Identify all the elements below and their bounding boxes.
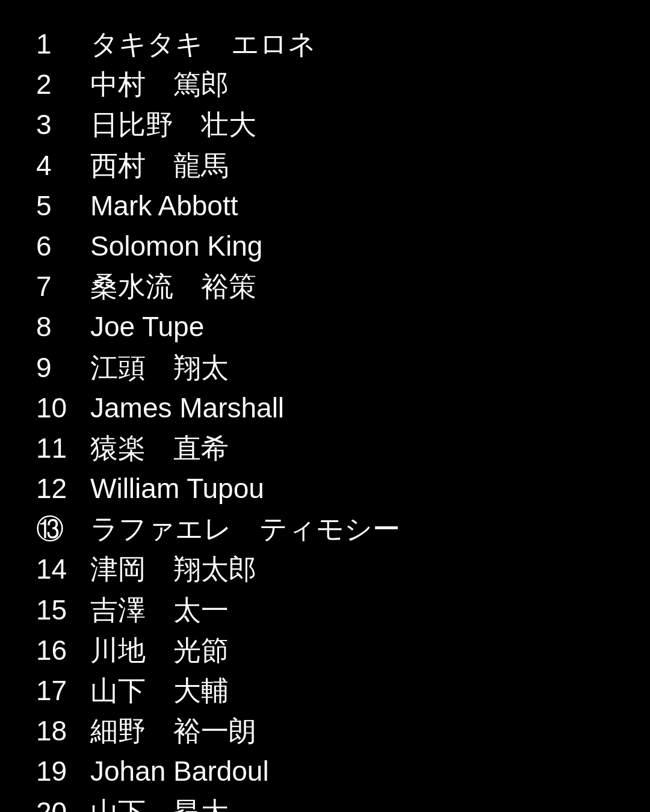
player-name: 西村 龍馬 <box>84 149 229 182</box>
player-number: ⑬ <box>36 512 84 546</box>
player-name: 津岡 翔太郎 <box>84 553 256 586</box>
player-row: 18細野 裕一朗 <box>36 711 614 751</box>
player-row: 7桑水流 裕策 <box>36 266 614 307</box>
player-number: 20 <box>36 796 84 812</box>
player-name: 日比野 壮大 <box>84 108 256 141</box>
player-number: 1 <box>36 28 84 61</box>
player-name: 吉澤 太一 <box>84 594 229 627</box>
player-row: 2中村 篤郎 <box>36 64 614 105</box>
player-name: 山下 大輔 <box>84 674 229 707</box>
player-number: 4 <box>36 149 84 182</box>
player-row: 19Johan Bardoul <box>36 751 614 792</box>
player-name: Joe Tupe <box>84 310 204 343</box>
player-number: 8 <box>36 310 84 343</box>
player-number: 16 <box>36 634 84 667</box>
player-number: 15 <box>36 594 84 627</box>
player-number: 14 <box>36 553 84 586</box>
player-row: 8Joe Tupe <box>36 307 614 347</box>
player-name: Johan Bardoul <box>84 755 269 788</box>
player-row: 3日比野 壮大 <box>36 105 614 145</box>
player-row: 15吉澤 太一 <box>36 590 614 630</box>
player-name: 細野 裕一朗 <box>84 715 256 748</box>
player-row: 11猿楽 直希 <box>36 428 614 469</box>
player-name: 川地 光節 <box>84 634 229 667</box>
player-row: 6Solomon King <box>36 226 614 266</box>
player-row: 16川地 光節 <box>36 630 614 671</box>
player-name: James Marshall <box>84 392 284 425</box>
player-row: 5Mark Abbott <box>36 186 614 226</box>
player-row: 9江頭 翔太 <box>36 348 614 388</box>
player-name: 猿楽 直希 <box>84 432 229 465</box>
player-number: 17 <box>36 674 84 707</box>
player-name: Solomon King <box>84 230 262 263</box>
player-number: 19 <box>36 755 84 788</box>
player-row: 17山下 大輔 <box>36 671 614 711</box>
player-number: 5 <box>36 189 84 223</box>
player-row: 4西村 龍馬 <box>36 146 614 186</box>
player-name: 中村 篤郎 <box>84 68 229 101</box>
player-number: 12 <box>36 472 84 505</box>
player-number: 7 <box>36 270 84 303</box>
player-number: 3 <box>36 108 84 141</box>
player-name: Mark Abbott <box>84 189 238 223</box>
player-row: 1タキタキ エロネ <box>36 24 614 64</box>
player-row: 14津岡 翔太郎 <box>36 549 614 589</box>
player-list: 1タキタキ エロネ2中村 篤郎3日比野 壮大4西村 龍馬5Mark Abbott… <box>36 24 614 812</box>
player-name: 江頭 翔太 <box>84 351 229 384</box>
player-number: 9 <box>36 351 84 384</box>
player-row: ⑬ラファエレ ティモシー <box>36 509 614 549</box>
player-name: William Tupou <box>84 472 264 505</box>
player-number: 10 <box>36 392 84 425</box>
player-number: 11 <box>36 432 84 465</box>
player-row: 10James Marshall <box>36 388 614 428</box>
player-row: 20山下 昂大 <box>36 792 614 812</box>
player-number: 18 <box>36 715 84 748</box>
player-name: ラファエレ ティモシー <box>84 512 400 546</box>
player-number: 2 <box>36 68 84 101</box>
player-row: 12William Tupou <box>36 469 614 509</box>
player-name: タキタキ エロネ <box>84 28 316 61</box>
player-name: 山下 昂大 <box>84 796 229 812</box>
player-name: 桑水流 裕策 <box>84 270 256 303</box>
player-number: 6 <box>36 230 84 263</box>
